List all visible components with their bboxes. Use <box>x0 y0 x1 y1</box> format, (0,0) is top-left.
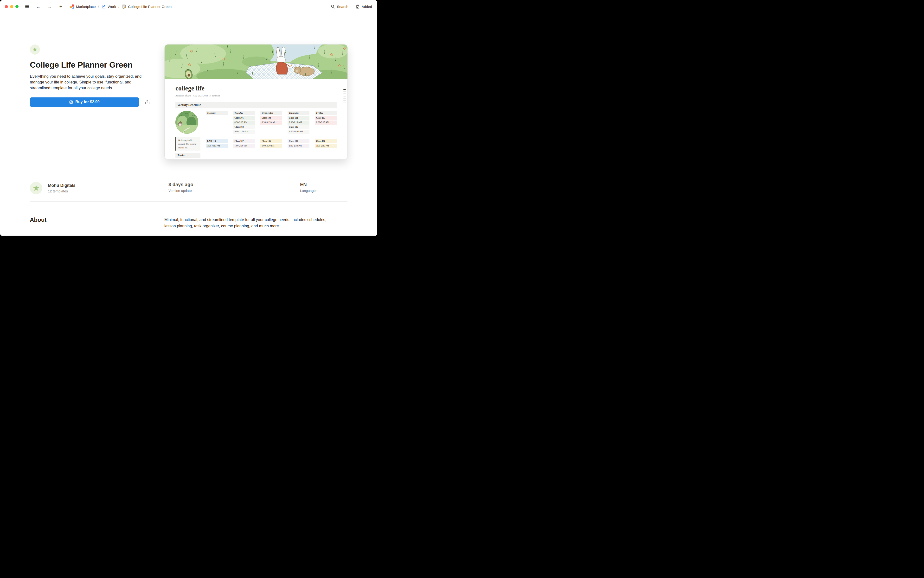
added-button[interactable]: Added <box>356 5 372 9</box>
day-header: Tuesday <box>233 111 255 115</box>
schedule-name-cell: Class 103 <box>315 116 337 120</box>
app-window: ← → + Marketplace / <box>0 0 377 236</box>
creator-name: Mohu Digitals <box>48 183 76 188</box>
breadcrumb-item-work[interactable]: Work <box>102 4 116 9</box>
quote-block: Be happy for this moment. This moment in… <box>176 137 200 151</box>
preview-illustration <box>164 44 348 80</box>
schedule-time-cell: 9:50-11:00 AM <box>288 130 309 134</box>
breadcrumb: Marketplace / Work / <box>70 4 172 9</box>
hero-section: ★ College Life Planner Green Everything … <box>0 13 377 159</box>
preview-page-subtitle: Associate of Arts - A.A. 2023-2024 1st S… <box>176 94 337 97</box>
schedule-time-cell: 1:00-4:30 PM <box>206 144 228 148</box>
schedule-time-cell: 8:30-9:15 AM <box>288 120 309 125</box>
new-tab-button[interactable]: + <box>58 4 63 9</box>
forward-button[interactable]: → <box>47 4 52 9</box>
template-title: College Life Planner Green <box>30 60 151 70</box>
schedule-time-cell: 1:00-2:30 PM <box>233 144 255 148</box>
divider <box>176 99 337 99</box>
language-value: EN <box>300 182 348 187</box>
schedule-time-cell: 1:00-2:30 PM <box>288 144 309 148</box>
memo-icon <box>122 4 126 9</box>
breadcrumb-item-current-page[interactable]: College Life Planner Green <box>122 4 172 9</box>
buy-button[interactable]: Buy for $2.99 <box>30 97 139 107</box>
day-header: Wednesday <box>260 111 282 115</box>
template-preview-card[interactable]: college life Associate of Arts - A.A. 20… <box>164 44 348 159</box>
schedule-day-column: ThursdayClass 1018:30-9:15 AMClass 1029:… <box>288 111 309 135</box>
schedule-afternoon-block: Class 1071:00-2:30 PM <box>288 137 309 151</box>
breadcrumb-label: Work <box>108 5 116 9</box>
external-link-icon <box>69 100 73 104</box>
schedule-time-cell: 8:30-9:15 AM <box>260 120 282 125</box>
added-check-box-icon <box>356 5 360 9</box>
breadcrumb-item-marketplace[interactable]: Marketplace <box>70 4 96 9</box>
back-button[interactable]: ← <box>36 4 41 9</box>
updated-label: Version update <box>168 189 300 193</box>
schedule-name-cell: Class 102 <box>233 125 255 129</box>
schedule-time-cell: 9:50-11:00 AM <box>233 130 255 134</box>
schedule-time-cell: 1:00-2:30 PM <box>260 144 282 148</box>
preview-scroll-indicator[interactable] <box>343 89 346 102</box>
day-header: Friday <box>315 111 337 115</box>
added-label: Added <box>362 5 372 9</box>
language-info: EN Languages <box>300 182 348 193</box>
schedule-name-cell: Class 103 <box>260 116 282 120</box>
breadcrumb-label: College Life Planner Green <box>128 5 172 9</box>
about-section: About Minimal, functional, and streamlin… <box>0 216 377 229</box>
share-icon <box>145 99 150 105</box>
updated-value: 3 days ago <box>168 182 300 187</box>
share-button[interactable] <box>144 99 150 105</box>
schedule-cover-image <box>176 111 200 135</box>
search-icon <box>331 5 335 9</box>
traffic-lights <box>5 5 18 8</box>
breadcrumb-label: Marketplace <box>76 5 96 9</box>
day-header: Monday <box>206 111 228 115</box>
schedule-name-cell: Class 106 <box>315 139 337 143</box>
star-icon: ★ <box>32 46 37 52</box>
schedule-name-cell: Class 107 <box>288 139 309 143</box>
minimize-window-button[interactable] <box>10 5 13 8</box>
creator-info[interactable]: ★ Mohu Digitals 12 templates <box>30 182 168 194</box>
buy-button-label: Buy for $2.99 <box>75 100 99 104</box>
day-header: Thursday <box>288 111 309 115</box>
schedule-day-column: FridayClass 1038:30-9:15 AM <box>315 111 337 135</box>
schedule-afternoon-block: Class 1071:00-2:30 PM <box>233 137 255 151</box>
schedule-afternoon-block: LAB 1101:00-4:30 PM <box>206 137 228 151</box>
schedule-time-cell: 8:30-9:15 AM <box>233 120 255 125</box>
todo-section: To-do <box>176 153 200 159</box>
schedule-name-cell: Class 107 <box>233 139 255 143</box>
language-label: Languages <box>300 189 348 193</box>
schedule-time-cell: 1:00-2:30 PM <box>315 144 337 148</box>
schedule-name-cell: Class 102 <box>288 125 309 129</box>
sidebar-toggle-icon[interactable] <box>24 4 29 9</box>
template-description: Everything you need to achieve your goal… <box>30 74 151 91</box>
about-heading: About <box>30 216 164 223</box>
version-update-info: 3 days ago Version update <box>168 182 300 193</box>
chart-increasing-icon <box>102 4 106 9</box>
creator-avatar: ★ <box>30 182 42 194</box>
marketplace-icon <box>70 4 74 9</box>
preview-page-body: college life Associate of Arts - A.A. 20… <box>164 84 348 159</box>
schedule-afternoon-block: Class 1061:00-2:30 PM <box>260 137 282 151</box>
breadcrumb-separator: / <box>119 5 119 8</box>
search-button[interactable]: Search <box>331 5 348 9</box>
star-icon: ★ <box>33 184 40 192</box>
schedule-day-column: Monday <box>206 111 228 135</box>
schedule-name-cell: Class 101 <box>288 116 309 120</box>
template-icon-avatar: ★ <box>30 44 40 55</box>
schedule-time-cell: 8:30-9:15 AM <box>315 120 337 125</box>
meta-section: ★ Mohu Digitals 12 templates 3 days ago … <box>0 182 377 194</box>
schedule-day-column: WednesdayClass 1038:30-9:15 AM <box>260 111 282 135</box>
titlebar: ← → + Marketplace / <box>0 0 377 13</box>
preview-page-title: college life <box>176 84 337 92</box>
breadcrumb-separator: / <box>98 5 99 8</box>
schedule-name-cell: Class 106 <box>260 139 282 143</box>
todo-heading: To-do <box>176 153 200 158</box>
creator-template-count: 12 templates <box>48 189 76 193</box>
about-text: Minimal, functional, and streamlined tem… <box>164 216 333 229</box>
close-window-button[interactable] <box>5 5 8 8</box>
weekly-schedule-grid: Be happy for this moment. This moment in… <box>176 111 337 159</box>
window-bottom-edge <box>0 235 377 236</box>
zoom-window-button[interactable] <box>15 5 18 8</box>
search-label: Search <box>337 5 348 9</box>
schedule-afternoon-block: Class 1061:00-2:30 PM <box>315 137 337 151</box>
